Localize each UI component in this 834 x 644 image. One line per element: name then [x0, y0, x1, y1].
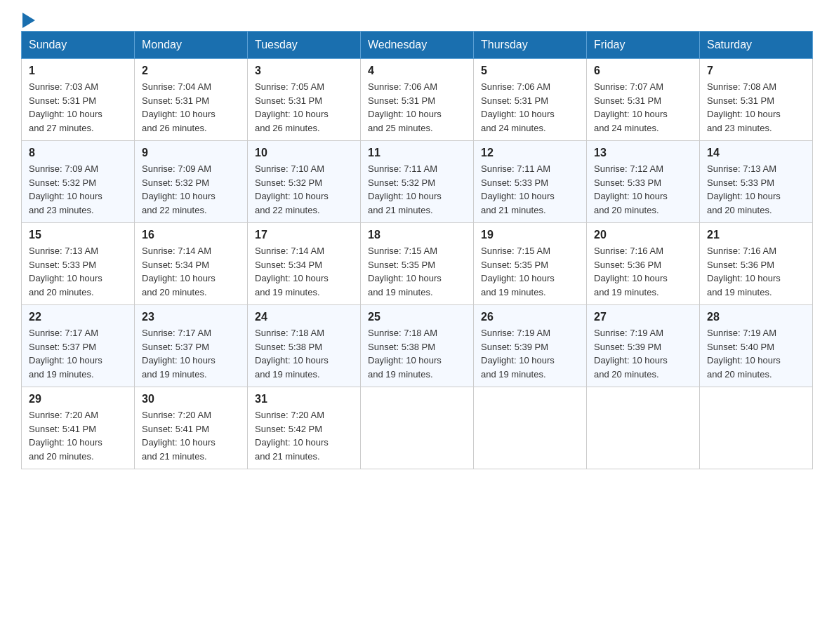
calendar-cell: 4Sunrise: 7:06 AMSunset: 5:31 PMDaylight…: [361, 59, 474, 141]
day-number: 23: [142, 311, 240, 323]
day-number: 20: [594, 229, 692, 241]
day-info: Sunrise: 7:18 AMSunset: 5:38 PMDaylight:…: [255, 326, 353, 381]
calendar-header-row: SundayMondayTuesdayWednesdayThursdayFrid…: [22, 32, 813, 59]
calendar-week-row: 15Sunrise: 7:13 AMSunset: 5:33 PMDayligh…: [22, 223, 813, 305]
day-of-week-header: Tuesday: [248, 32, 361, 59]
day-info: Sunrise: 7:08 AMSunset: 5:31 PMDaylight:…: [707, 80, 805, 135]
calendar-cell: 10Sunrise: 7:10 AMSunset: 5:32 PMDayligh…: [248, 141, 361, 223]
day-number: 14: [707, 147, 805, 159]
calendar-cell: 18Sunrise: 7:15 AMSunset: 5:35 PMDayligh…: [361, 223, 474, 305]
day-number: 12: [481, 147, 579, 159]
day-info: Sunrise: 7:13 AMSunset: 5:33 PMDaylight:…: [29, 244, 127, 299]
calendar-cell: [587, 387, 700, 469]
calendar-cell: 15Sunrise: 7:13 AMSunset: 5:33 PMDayligh…: [22, 223, 135, 305]
day-of-week-header: Monday: [135, 32, 248, 59]
day-info: Sunrise: 7:13 AMSunset: 5:33 PMDaylight:…: [707, 162, 805, 217]
day-info: Sunrise: 7:12 AMSunset: 5:33 PMDaylight:…: [594, 162, 692, 217]
calendar-cell: 29Sunrise: 7:20 AMSunset: 5:41 PMDayligh…: [22, 387, 135, 469]
calendar-cell: 22Sunrise: 7:17 AMSunset: 5:37 PMDayligh…: [22, 305, 135, 387]
day-number: 30: [142, 393, 240, 405]
day-info: Sunrise: 7:20 AMSunset: 5:42 PMDaylight:…: [255, 408, 353, 463]
day-info: Sunrise: 7:20 AMSunset: 5:41 PMDaylight:…: [142, 408, 240, 463]
page-header: [21, 14, 813, 24]
calendar-cell: 19Sunrise: 7:15 AMSunset: 5:35 PMDayligh…: [474, 223, 587, 305]
calendar-cell: 25Sunrise: 7:18 AMSunset: 5:38 PMDayligh…: [361, 305, 474, 387]
day-info: Sunrise: 7:20 AMSunset: 5:41 PMDaylight:…: [29, 408, 127, 463]
day-info: Sunrise: 7:17 AMSunset: 5:37 PMDaylight:…: [29, 326, 127, 381]
day-info: Sunrise: 7:19 AMSunset: 5:39 PMDaylight:…: [481, 326, 579, 381]
day-info: Sunrise: 7:05 AMSunset: 5:31 PMDaylight:…: [255, 80, 353, 135]
calendar-week-row: 22Sunrise: 7:17 AMSunset: 5:37 PMDayligh…: [22, 305, 813, 387]
calendar-week-row: 1Sunrise: 7:03 AMSunset: 5:31 PMDaylight…: [22, 59, 813, 141]
day-info: Sunrise: 7:07 AMSunset: 5:31 PMDaylight:…: [594, 80, 692, 135]
day-info: Sunrise: 7:19 AMSunset: 5:39 PMDaylight:…: [594, 326, 692, 381]
logo-arrow-icon: [22, 13, 35, 28]
calendar-cell: 2Sunrise: 7:04 AMSunset: 5:31 PMDaylight…: [135, 59, 248, 141]
day-number: 31: [255, 393, 353, 405]
calendar-cell: 28Sunrise: 7:19 AMSunset: 5:40 PMDayligh…: [700, 305, 813, 387]
calendar-table: SundayMondayTuesdayWednesdayThursdayFrid…: [21, 31, 813, 469]
day-info: Sunrise: 7:10 AMSunset: 5:32 PMDaylight:…: [255, 162, 353, 217]
day-number: 19: [481, 229, 579, 241]
day-info: Sunrise: 7:09 AMSunset: 5:32 PMDaylight:…: [29, 162, 127, 217]
calendar-cell: 27Sunrise: 7:19 AMSunset: 5:39 PMDayligh…: [587, 305, 700, 387]
day-info: Sunrise: 7:11 AMSunset: 5:33 PMDaylight:…: [481, 162, 579, 217]
day-number: 22: [29, 311, 127, 323]
day-info: Sunrise: 7:15 AMSunset: 5:35 PMDaylight:…: [368, 244, 466, 299]
day-number: 29: [29, 393, 127, 405]
day-number: 16: [142, 229, 240, 241]
calendar-cell: 23Sunrise: 7:17 AMSunset: 5:37 PMDayligh…: [135, 305, 248, 387]
day-number: 5: [481, 65, 579, 77]
day-info: Sunrise: 7:03 AMSunset: 5:31 PMDaylight:…: [29, 80, 127, 135]
day-number: 18: [368, 229, 466, 241]
day-number: 4: [368, 65, 466, 77]
day-number: 2: [142, 65, 240, 77]
calendar-cell: 7Sunrise: 7:08 AMSunset: 5:31 PMDaylight…: [700, 59, 813, 141]
day-info: Sunrise: 7:04 AMSunset: 5:31 PMDaylight:…: [142, 80, 240, 135]
calendar-cell: 1Sunrise: 7:03 AMSunset: 5:31 PMDaylight…: [22, 59, 135, 141]
day-number: 28: [707, 311, 805, 323]
day-info: Sunrise: 7:06 AMSunset: 5:31 PMDaylight:…: [368, 80, 466, 135]
day-number: 11: [368, 147, 466, 159]
logo: [21, 14, 35, 24]
day-number: 8: [29, 147, 127, 159]
day-number: 6: [594, 65, 692, 77]
calendar-cell: 26Sunrise: 7:19 AMSunset: 5:39 PMDayligh…: [474, 305, 587, 387]
calendar-cell: 8Sunrise: 7:09 AMSunset: 5:32 PMDaylight…: [22, 141, 135, 223]
calendar-cell: [474, 387, 587, 469]
day-info: Sunrise: 7:19 AMSunset: 5:40 PMDaylight:…: [707, 326, 805, 381]
day-of-week-header: Saturday: [700, 32, 813, 59]
day-number: 21: [707, 229, 805, 241]
calendar-week-row: 29Sunrise: 7:20 AMSunset: 5:41 PMDayligh…: [22, 387, 813, 469]
day-info: Sunrise: 7:14 AMSunset: 5:34 PMDaylight:…: [255, 244, 353, 299]
day-info: Sunrise: 7:15 AMSunset: 5:35 PMDaylight:…: [481, 244, 579, 299]
day-number: 15: [29, 229, 127, 241]
day-of-week-header: Thursday: [474, 32, 587, 59]
day-info: Sunrise: 7:11 AMSunset: 5:32 PMDaylight:…: [368, 162, 466, 217]
calendar-cell: 12Sunrise: 7:11 AMSunset: 5:33 PMDayligh…: [474, 141, 587, 223]
day-info: Sunrise: 7:14 AMSunset: 5:34 PMDaylight:…: [142, 244, 240, 299]
calendar-week-row: 8Sunrise: 7:09 AMSunset: 5:32 PMDaylight…: [22, 141, 813, 223]
day-number: 24: [255, 311, 353, 323]
calendar-cell: 11Sunrise: 7:11 AMSunset: 5:32 PMDayligh…: [361, 141, 474, 223]
day-number: 26: [481, 311, 579, 323]
day-number: 3: [255, 65, 353, 77]
day-number: 10: [255, 147, 353, 159]
calendar-cell: 24Sunrise: 7:18 AMSunset: 5:38 PMDayligh…: [248, 305, 361, 387]
day-number: 1: [29, 65, 127, 77]
calendar-cell: 17Sunrise: 7:14 AMSunset: 5:34 PMDayligh…: [248, 223, 361, 305]
day-number: 13: [594, 147, 692, 159]
calendar-cell: 20Sunrise: 7:16 AMSunset: 5:36 PMDayligh…: [587, 223, 700, 305]
day-info: Sunrise: 7:18 AMSunset: 5:38 PMDaylight:…: [368, 326, 466, 381]
calendar-cell: [700, 387, 813, 469]
day-number: 27: [594, 311, 692, 323]
calendar-cell: 5Sunrise: 7:06 AMSunset: 5:31 PMDaylight…: [474, 59, 587, 141]
calendar-cell: 3Sunrise: 7:05 AMSunset: 5:31 PMDaylight…: [248, 59, 361, 141]
calendar-cell: 9Sunrise: 7:09 AMSunset: 5:32 PMDaylight…: [135, 141, 248, 223]
day-info: Sunrise: 7:06 AMSunset: 5:31 PMDaylight:…: [481, 80, 579, 135]
day-info: Sunrise: 7:17 AMSunset: 5:37 PMDaylight:…: [142, 326, 240, 381]
day-of-week-header: Wednesday: [361, 32, 474, 59]
calendar-cell: 13Sunrise: 7:12 AMSunset: 5:33 PMDayligh…: [587, 141, 700, 223]
calendar-cell: 16Sunrise: 7:14 AMSunset: 5:34 PMDayligh…: [135, 223, 248, 305]
day-number: 25: [368, 311, 466, 323]
